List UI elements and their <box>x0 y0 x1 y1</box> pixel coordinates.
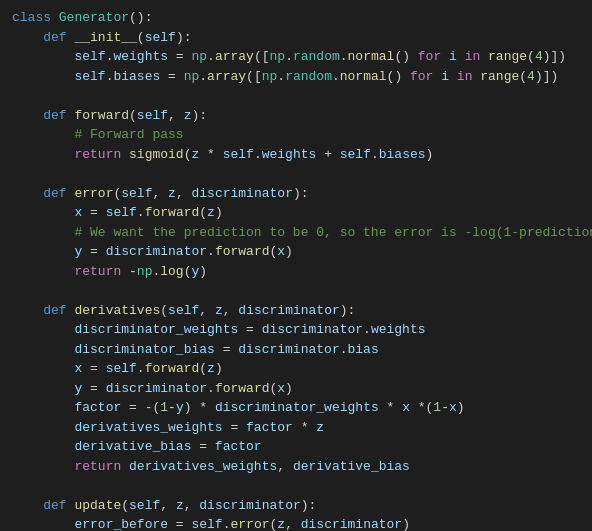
line-17: discriminator_weights = discriminator.we… <box>12 320 580 340</box>
line-2: def __init__(self): <box>12 28 580 48</box>
line-20: y = discriminator.forward(x) <box>12 379 580 399</box>
line-25 <box>12 476 580 496</box>
line-15 <box>12 281 580 301</box>
line-22: derivatives_weights = factor * z <box>12 418 580 438</box>
line-12: # We want the prediction to be 0, so the… <box>12 223 580 243</box>
line-11: x = self.forward(z) <box>12 203 580 223</box>
line-24: return derivatives_weights, derivative_b… <box>12 457 580 477</box>
line-14: return -np.log(y) <box>12 262 580 282</box>
line-16: def derivatives(self, z, discriminator): <box>12 301 580 321</box>
line-7: # Forward pass <box>12 125 580 145</box>
line-9 <box>12 164 580 184</box>
line-5 <box>12 86 580 106</box>
line-26: def update(self, z, discriminator): <box>12 496 580 516</box>
line-4: self.biases = np.array([np.random.normal… <box>12 67 580 87</box>
line-23: derivative_bias = factor <box>12 437 580 457</box>
line-27: error_before = self.error(z, discriminat… <box>12 515 580 531</box>
line-3: self.weights = np.array([np.random.norma… <box>12 47 580 67</box>
line-6: def forward(self, z): <box>12 106 580 126</box>
code-editor: class Generator(): def __init__(self): s… <box>0 0 592 531</box>
line-19: x = self.forward(z) <box>12 359 580 379</box>
line-1: class Generator(): <box>12 8 580 28</box>
line-21: factor = -(1-y) * discriminator_weights … <box>12 398 580 418</box>
line-18: discriminator_bias = discriminator.bias <box>12 340 580 360</box>
line-13: y = discriminator.forward(x) <box>12 242 580 262</box>
line-10: def error(self, z, discriminator): <box>12 184 580 204</box>
line-8: return sigmoid(z * self.weights + self.b… <box>12 145 580 165</box>
